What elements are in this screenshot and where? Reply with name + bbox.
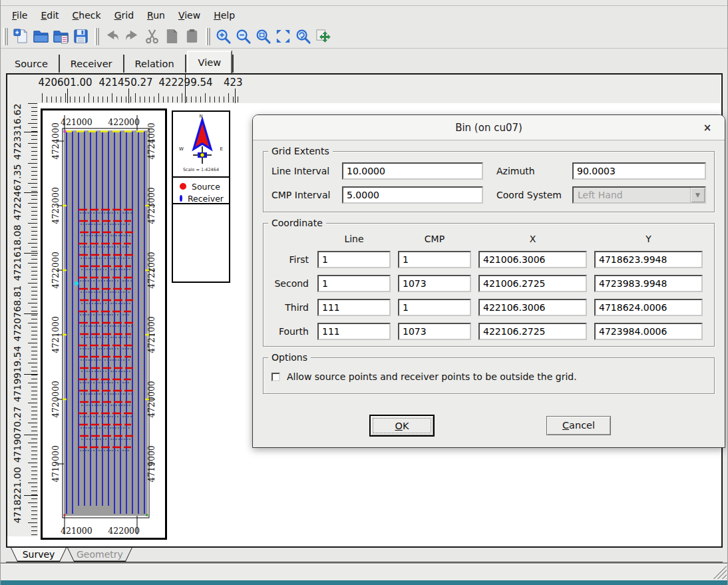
cmp-interval-field[interactable] <box>342 186 483 204</box>
copy-button[interactable] <box>162 27 182 47</box>
menu-help[interactable]: Help <box>208 9 241 22</box>
coordinate-second-cmp-field[interactable] <box>398 275 471 292</box>
coordinate-fourth-line-field[interactable] <box>317 323 391 340</box>
zoom-fit-button[interactable] <box>273 27 293 47</box>
coordinate-row-label-second: Second <box>272 278 310 289</box>
toolbar-handle[interactable] <box>94 28 99 45</box>
resize-grip-icon[interactable] <box>711 566 727 579</box>
undo-button[interactable] <box>102 27 122 47</box>
zoom-reset-button[interactable] <box>293 27 313 47</box>
left-ruler-major-tick <box>24 132 38 132</box>
bin-dialog-titlebar[interactable]: Bin (on cu07) × <box>253 115 725 140</box>
save-icon <box>73 28 89 45</box>
paste-button[interactable] <box>182 27 202 47</box>
redo-button[interactable] <box>122 27 142 47</box>
svg-text:422000: 422000 <box>108 526 140 536</box>
import-file-icon <box>53 28 69 45</box>
save-button[interactable] <box>71 27 91 47</box>
cut-icon <box>144 28 160 45</box>
coordinate-first-x-field[interactable] <box>478 251 587 268</box>
toolbar-handle[interactable] <box>206 28 210 45</box>
cancel-button[interactable]: Cancel <box>546 416 611 435</box>
sheet-tab-label: Survey <box>11 548 67 561</box>
zoom-out-button[interactable] <box>233 27 253 47</box>
source-dot-icon <box>180 183 186 190</box>
coordinate-fourth-cmp-field[interactable] <box>398 323 471 340</box>
sheet-tab-survey[interactable]: Survey <box>11 548 67 562</box>
zoom-select-icon <box>255 28 272 45</box>
tab-view[interactable]: View <box>187 51 232 73</box>
grid-extents-row-2: CMP Interval Coord System Left Hand ▼ <box>272 186 706 204</box>
coordinate-fourth-x-field[interactable] <box>478 323 587 340</box>
ok-button-label: OK <box>373 418 431 433</box>
line-interval-field[interactable] <box>342 162 483 180</box>
pan-button[interactable] <box>313 27 333 47</box>
tab-bar: SourceReceiverRelationView <box>1 49 727 73</box>
top-ruler-label: 421450.27 <box>98 77 152 89</box>
coord-system-select[interactable]: Left Hand ▼ <box>572 186 706 204</box>
grid-extents-group: Grid Extents Line Interval Azimuth CMP I… <box>263 151 715 212</box>
close-icon[interactable]: × <box>701 121 714 134</box>
top-ruler: 420601.00421450.27422299.54423 <box>38 75 721 103</box>
new-document-icon <box>13 28 29 45</box>
zoom-in-icon <box>215 28 232 45</box>
survey-map[interactable]: 4210004220004210004220004724000472400047… <box>41 108 167 540</box>
tab-source[interactable]: Source <box>5 54 58 73</box>
tab-relation[interactable]: Relation <box>125 54 184 73</box>
toolbar <box>1 25 727 49</box>
left-ruler-major-tick <box>24 313 38 314</box>
cut-button[interactable] <box>142 27 162 47</box>
left-ruler-major-tick <box>24 253 38 254</box>
menu-file[interactable]: File <box>6 9 33 22</box>
coordinate-first-line-field[interactable] <box>317 251 391 268</box>
toolbar-handle[interactable] <box>3 28 8 45</box>
coordinate-second-x-field[interactable] <box>478 275 587 292</box>
menu-edit[interactable]: Edit <box>35 9 65 22</box>
app-window: FileEditCheckGridRunViewHelp SourceRecei… <box>0 0 728 585</box>
menu-view[interactable]: View <box>172 9 206 22</box>
svg-text:4724000: 4724000 <box>146 122 156 160</box>
ok-button[interactable]: OK <box>369 415 435 437</box>
zoom-in-button[interactable] <box>213 27 233 47</box>
menu-check[interactable]: Check <box>67 9 107 22</box>
new-document-button[interactable] <box>11 27 31 47</box>
options-row: Allow source points and receiver points … <box>272 368 706 385</box>
coordinate-column-line: Line <box>317 234 391 244</box>
coordinate-second-line-field[interactable] <box>317 275 391 292</box>
top-ruler-major-tick <box>235 89 236 103</box>
coordinate-third-x-field[interactable] <box>478 299 587 316</box>
tab-receiver[interactable]: Receiver <box>61 54 122 73</box>
import-file-button[interactable] <box>51 27 71 47</box>
azimuth-field[interactable] <box>572 162 706 180</box>
menu-grid[interactable]: Grid <box>108 9 140 22</box>
toolbar-group <box>2 26 91 47</box>
coordinate-third-y-field[interactable] <box>594 299 703 316</box>
top-ruler-minor-ticks <box>42 97 242 102</box>
left-ruler-label: 4719919.54 <box>12 346 23 403</box>
coordinate-first-cmp-field[interactable] <box>398 251 471 268</box>
chevron-down-icon[interactable]: ▼ <box>690 188 705 202</box>
outside-grid-checkbox[interactable] <box>272 373 280 381</box>
copy-icon <box>164 28 180 45</box>
coordinate-third-line-field[interactable] <box>317 299 391 316</box>
zoom-reset-icon <box>295 28 311 45</box>
coordinate-second-y-field[interactable] <box>594 275 703 292</box>
menu-bar: FileEditCheckGridRunViewHelp <box>1 7 727 24</box>
left-ruler-label: 4723316.62 <box>12 104 23 160</box>
coordinate-group: Coordinate LineCMPXYFirstSecondThirdFour… <box>263 223 715 347</box>
top-ruler-major-tick <box>185 75 186 103</box>
open-folder-button[interactable] <box>31 27 51 47</box>
coordinate-fourth-y-field[interactable] <box>594 323 703 340</box>
zoom-select-button[interactable] <box>253 27 273 47</box>
coord-system-label: Coord System <box>487 190 568 200</box>
toolbar-group <box>204 26 333 47</box>
survey-map-plot: 4210004220004210004220004724000472400047… <box>41 108 167 540</box>
menu-run[interactable]: Run <box>141 9 171 22</box>
coordinate-third-cmp-field[interactable] <box>398 299 471 316</box>
sheet-tab-geometry[interactable]: Geometry <box>67 548 132 562</box>
tab-separator <box>232 55 234 73</box>
coordinate-first-y-field[interactable] <box>594 251 703 268</box>
coordinate-column-cmp: CMP <box>398 234 471 244</box>
left-ruler-major-tick <box>24 192 38 193</box>
top-ruler-major-tick <box>128 89 129 103</box>
